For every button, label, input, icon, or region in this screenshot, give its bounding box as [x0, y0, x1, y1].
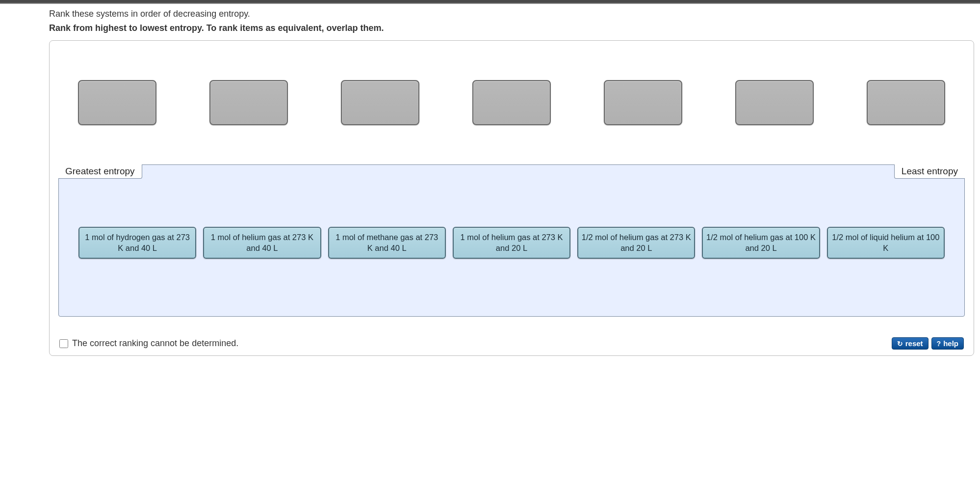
drop-slot[interactable]: [604, 80, 682, 125]
instruction-text-1: Rank these systems in order of decreasin…: [49, 9, 974, 19]
instruction-text-2: Rank from highest to lowest entropy. To …: [49, 23, 974, 33]
help-label: help: [943, 339, 958, 348]
rank-item[interactable]: 1/2 mol of liquid helium at 100 K: [827, 227, 945, 259]
ranking-panel: Greatest entropy Least entropy 1 mol of …: [49, 40, 974, 356]
drop-slot[interactable]: [867, 80, 945, 125]
cannot-determine-option[interactable]: The correct ranking cannot be determined…: [59, 338, 238, 349]
cannot-determine-checkbox[interactable]: [59, 339, 68, 348]
drop-targets-row: [58, 51, 965, 145]
reset-label: reset: [905, 339, 923, 348]
greatest-entropy-label: Greatest entropy: [58, 164, 142, 179]
question-container: Rank these systems in order of decreasin…: [0, 4, 980, 366]
help-icon: ?: [937, 340, 941, 348]
drop-slot[interactable]: [78, 80, 156, 125]
help-button[interactable]: ? help: [931, 337, 964, 350]
rank-area: Greatest entropy Least entropy 1 mol of …: [58, 164, 965, 317]
rank-item[interactable]: 1 mol of hydrogen gas at 273 K and 40 L: [78, 227, 196, 259]
drop-slot[interactable]: [209, 80, 288, 125]
reset-icon: ↻: [897, 340, 903, 348]
cannot-determine-label: The correct ranking cannot be determined…: [72, 338, 238, 349]
items-row: 1 mol of hydrogen gas at 273 K and 40 L …: [59, 178, 964, 278]
rank-item[interactable]: 1 mol of helium gas at 273 K and 40 L: [203, 227, 321, 259]
panel-footer: The correct ranking cannot be determined…: [58, 337, 965, 350]
drop-slot[interactable]: [472, 80, 551, 125]
rank-item[interactable]: 1/2 mol of helium gas at 273 K and 20 L: [577, 227, 695, 259]
drop-slot[interactable]: [735, 80, 814, 125]
drop-slot[interactable]: [341, 80, 419, 125]
window-top-bar: [0, 0, 980, 4]
reset-button[interactable]: ↻ reset: [892, 337, 928, 350]
least-entropy-label: Least entropy: [894, 164, 965, 179]
rank-item[interactable]: 1/2 mol of helium gas at 100 K and 20 L: [702, 227, 820, 259]
rank-item[interactable]: 1 mol of methane gas at 273 K and 40 L: [328, 227, 446, 259]
rank-item[interactable]: 1 mol of helium gas at 273 K and 20 L: [453, 227, 570, 259]
footer-buttons: ↻ reset ? help: [892, 337, 964, 350]
